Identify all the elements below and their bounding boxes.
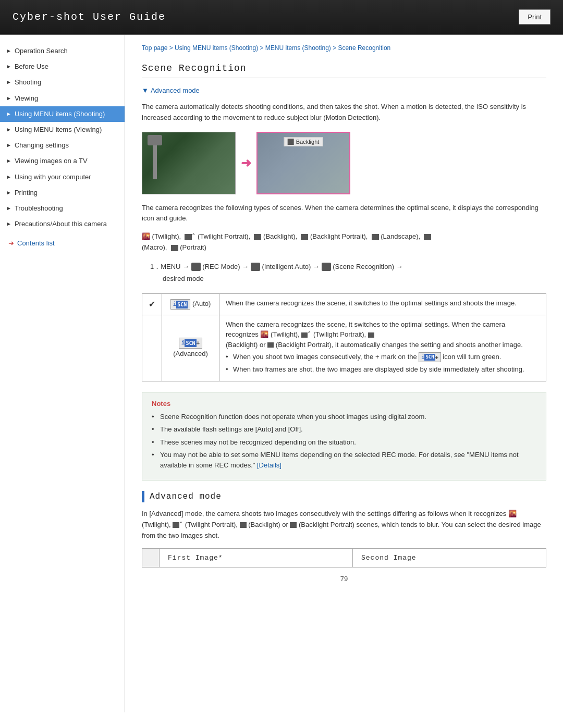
sidebar-item-printing[interactable]: ► Printing [0,185,125,201]
sidebar-item-changing-settings[interactable]: ► Changing settings [0,138,125,153]
bullet-1: When you shoot two images consecutively,… [226,352,540,362]
bottom-table-row: First Image* Second Image [142,549,546,567]
iscn-auto-badge: iSCN [170,299,191,310]
sidebar-item-using-menu-viewing[interactable]: ► Using MENU items (Viewing) [0,122,125,138]
description-cell-auto: When the camera recognizes the scene, it… [219,293,546,315]
notes-title: Notes [152,400,536,408]
advanced-mode-heading: Advanced mode [142,491,546,502]
sidebar-item-viewing[interactable]: ► Viewing [0,91,125,106]
note-item-1: Scene Recognition function does not oper… [152,412,536,422]
feature-table: ✔ iSCN (Auto) When the camera recognizes… [142,293,546,381]
sidebar-item-using-menu-shooting[interactable]: ► Using MENU items (Shooting) [0,106,125,122]
arrow-icon: ► [6,95,11,102]
backlight-badge: Backlight [284,137,323,146]
check-cell-advanced [142,315,162,381]
lamp-head-decoration [148,135,162,145]
sidebar-item-shooting[interactable]: ► Shooting [0,75,125,90]
camera-images-section: ➜ Backlight [142,132,546,194]
advanced-section-text: In [Advanced] mode, the camera shoots tw… [142,509,546,541]
menu-instruction: 1．MENU → (REC Mode) → (Intelligent Auto)… [150,261,546,285]
breadcrumb-scene-recognition[interactable]: Scene Recognition [338,44,391,52]
bottom-table-first-image: First Image* [160,549,353,567]
scene-recognition-icon [322,263,331,271]
arrow-right-icon: ➜ [8,239,14,247]
sidebar-item-viewing-tv[interactable]: ► Viewing images on a TV [0,153,125,169]
iscn-advanced-badge: iSCN+ [179,338,202,349]
advanced-mode-anchor-link[interactable]: ▼ Advanced mode [142,87,546,94]
camera-image-before [142,132,236,194]
bottom-table: First Image* Second Image [142,548,546,567]
breadcrumb: Top page > Using MENU items (Shooting) >… [142,43,546,53]
arrow-icon: ► [6,47,11,55]
note-item-2: The available flash settings are [Auto] … [152,424,536,435]
arrow-icon: ► [6,126,11,133]
check-cell-auto: ✔ [142,293,162,315]
table-row-advanced: iSCN+ (Advanced) When the camera recogni… [142,315,546,381]
icon-cell-advanced: iSCN+ (Advanced) [162,315,219,381]
note-item-4: You may not be able to set some MENU ite… [152,450,536,470]
intro-text: The camera automatically detects shootin… [142,102,546,124]
arrow-icon: ► [6,110,11,118]
advanced-bullets: When you shoot two images consecutively,… [226,352,540,375]
triangle-icon: ▼ [142,87,149,94]
breadcrumb-using-menu-shooting[interactable]: Using MENU items (Shooting) [175,44,258,52]
description-cell-advanced: When the camera recognizes the scene, it… [219,315,546,381]
sidebar-item-using-computer[interactable]: ► Using with your computer [0,169,125,185]
arrow-icon: ► [6,220,11,228]
bottom-table-second-image: Second Image [353,549,546,567]
image-arrow-icon: ➜ [241,156,251,170]
breadcrumb-menu-items-shooting[interactable]: MENU items (Shooting) [265,44,331,52]
details-link[interactable]: [Details] [257,461,282,469]
content-area: Top page > Using MENU items (Shooting) >… [125,35,563,712]
print-button[interactable]: Print [519,9,550,24]
notes-list: Scene Recognition function does not oper… [152,412,536,471]
sidebar-item-troubleshooting[interactable]: ► Troubleshooting [0,201,125,216]
camera-image-after: Backlight [256,132,350,194]
icon-cell-auto: iSCN (Auto) [162,293,219,315]
sidebar-item-operation-search[interactable]: ► Operation Search [0,43,125,59]
arrow-icon: ► [6,157,11,165]
note-item-3: These scenes may not be recognized depen… [152,437,536,448]
bullet-2: When two frames are shot, the two images… [226,364,540,375]
page-header: Cyber-shot User Guide Print [0,0,563,35]
blue-bar-decoration [142,491,144,502]
rec-mode-icon [191,263,201,271]
table-row-auto: ✔ iSCN (Auto) When the camera recognizes… [142,293,546,315]
arrow-icon: ► [6,63,11,70]
arrow-icon: ► [6,205,11,212]
app-title: Cyber-shot User Guide [13,11,166,23]
sidebar: ► Operation Search ► Before Use ► Shooti… [0,35,125,712]
sidebar-item-precautions[interactable]: ► Precautions/About this camera [0,216,125,232]
backlight-icon [288,139,294,145]
breadcrumb-top[interactable]: Top page [142,44,167,52]
bottom-table-label [142,549,160,567]
arrow-icon: ► [6,79,11,86]
arrow-icon: ► [6,142,11,149]
desired-mode-text: desired mode [163,273,546,285]
notes-box: Notes Scene Recognition function does no… [142,392,546,481]
intelligent-auto-icon [251,263,260,271]
page-title: Scene Recognition [142,63,546,78]
arrow-icon: ► [6,174,11,181]
arrow-icon: ► [6,189,11,196]
contents-list-link[interactable]: ➜ Contents list [0,234,125,252]
scene-icons-text: 🌇 (Twilight), ˄ (Twilight Portrait), (Ba… [142,231,546,253]
sidebar-item-before-use[interactable]: ► Before Use [0,59,125,75]
main-layout: ► Operation Search ► Before Use ► Shooti… [0,35,563,712]
scene-text: The camera recognizes the following type… [142,203,546,225]
page-number: 79 [142,575,546,583]
